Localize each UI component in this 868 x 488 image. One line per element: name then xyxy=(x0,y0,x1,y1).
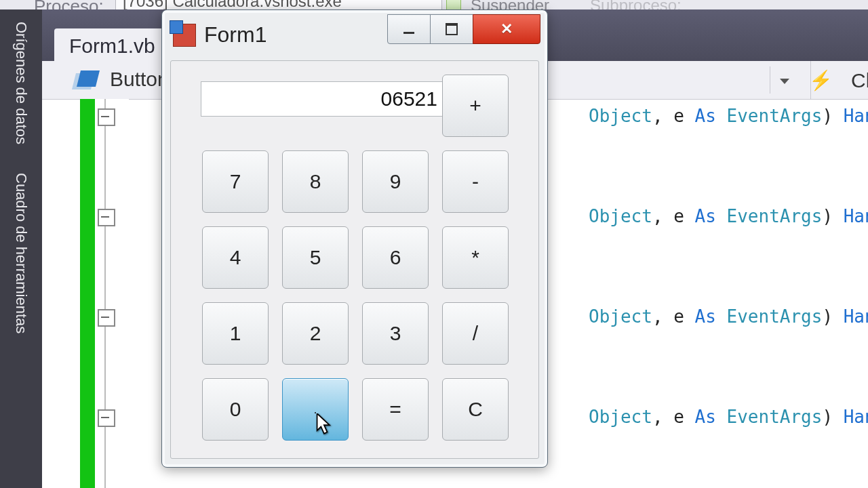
six-button[interactable]: 6 xyxy=(362,226,429,289)
one-button[interactable]: 1 xyxy=(202,302,269,365)
minus-button[interactable]: - xyxy=(442,150,509,213)
decimal-button[interactable]: . xyxy=(282,378,349,441)
close-button[interactable]: ✕ xyxy=(473,14,540,44)
close-icon: ✕ xyxy=(500,20,513,38)
minimize-button[interactable] xyxy=(387,14,431,44)
outline-gutter xyxy=(95,99,129,488)
tab-cuadro-herramientas[interactable]: Cuadro de herramientas xyxy=(12,161,30,333)
nine-button[interactable]: 9 xyxy=(362,150,429,213)
three-button[interactable]: 3 xyxy=(362,302,429,365)
file-tab-form1[interactable]: Form1.vb xyxy=(54,28,170,64)
tab-origenes-datos[interactable]: Orígenes de datos xyxy=(12,9,30,144)
five-button[interactable]: 5 xyxy=(282,226,349,289)
equals-button[interactable]: = xyxy=(362,378,429,441)
member-dropdown-icon[interactable] xyxy=(770,66,797,94)
window-titlebar[interactable]: Form1 ✕ xyxy=(166,14,543,58)
calculator-client: 06521 + 7 8 9 - 4 5 6 * 1 2 3 / 0 . = C xyxy=(170,60,539,459)
fold-toggle[interactable] xyxy=(98,209,115,226)
eight-button[interactable]: 8 xyxy=(282,150,349,213)
four-button[interactable]: 4 xyxy=(202,226,269,289)
member-selector[interactable]: Button xyxy=(110,68,169,91)
seven-button[interactable]: 7 xyxy=(202,150,269,213)
maximize-button[interactable] xyxy=(430,14,473,44)
calculator-display[interactable]: 06521 xyxy=(201,81,445,117)
fold-toggle[interactable] xyxy=(98,309,115,327)
window-title: Form1 xyxy=(204,22,267,47)
lightning-icon: ⚡ xyxy=(809,69,833,92)
divide-button[interactable]: / xyxy=(442,302,509,365)
fold-toggle[interactable] xyxy=(98,409,115,427)
process-selector[interactable]: [7036] Calculadora.vshost.exe xyxy=(115,0,442,10)
zero-button[interactable]: 0 xyxy=(202,378,269,441)
debug-toolbar: Proceso: [7036] Calculadora.vshost.exe S… xyxy=(0,0,868,10)
code-text[interactable]: Object, e As EventArgs) Handl Object, e … xyxy=(589,99,868,488)
app-icon xyxy=(173,24,196,47)
clear-button[interactable]: C xyxy=(442,378,509,441)
two-button[interactable]: 2 xyxy=(282,302,349,365)
event-label: Cli xyxy=(851,69,868,92)
event-selector[interactable]: ⚡ Cli xyxy=(810,61,868,99)
class-icon xyxy=(77,70,100,87)
multiply-button[interactable]: * xyxy=(442,226,509,289)
calculator-window: Form1 ✕ 06521 + 7 8 9 - 4 5 6 * 1 2 3 / … xyxy=(161,9,548,468)
change-gutter xyxy=(80,99,95,488)
side-panel: Orígenes de datos Cuadro de herramientas xyxy=(0,9,42,488)
fold-toggle[interactable] xyxy=(98,108,115,126)
plus-button[interactable]: + xyxy=(442,75,509,137)
